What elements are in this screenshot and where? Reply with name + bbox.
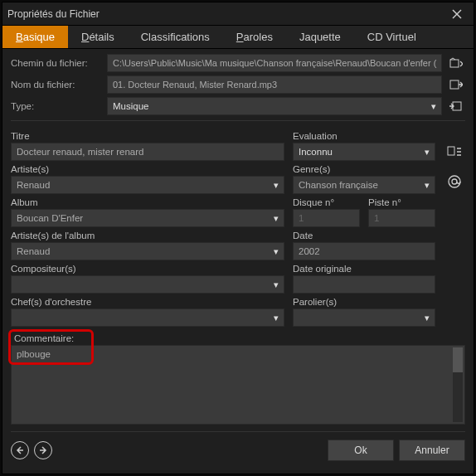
- svg-point-7: [452, 179, 457, 184]
- track-input[interactable]: 1: [368, 209, 435, 227]
- prev-button[interactable]: [11, 441, 29, 459]
- label-date: Date: [293, 231, 435, 240]
- label-origdate: Date originale: [293, 264, 435, 274]
- chevron-down-icon: ▾: [425, 147, 430, 158]
- chevron-down-icon: ▾: [274, 246, 279, 257]
- next-button[interactable]: [34, 441, 52, 459]
- svg-rect-2: [450, 60, 459, 67]
- filepath-field: C:\Users\Public\Music\Ma musique\Chanson…: [107, 54, 442, 72]
- origdate-input[interactable]: [293, 275, 435, 294]
- album-select[interactable]: Boucan D'Enfer▾: [11, 209, 284, 227]
- label-comment: Commentaire:: [11, 332, 465, 345]
- folder-arrow-icon: [449, 57, 463, 69]
- chevron-down-icon: ▾: [274, 180, 279, 191]
- export-icon: [449, 79, 463, 90]
- chevron-down-icon: ▾: [274, 213, 279, 224]
- genre-select[interactable]: Chanson française▾: [293, 176, 435, 194]
- window-title: Propriétés du Fichier: [7, 8, 445, 20]
- arrow-left-icon: [16, 446, 24, 454]
- label-type: Type:: [11, 101, 102, 111]
- tag-button-2[interactable]: [445, 172, 464, 191]
- close-icon: [452, 9, 462, 19]
- separator: [11, 431, 465, 432]
- tab-jaquette[interactable]: Jaquette: [286, 26, 354, 48]
- eval-select[interactable]: Inconnu▾: [293, 143, 435, 161]
- tab-cdvirtuel[interactable]: CD Virtuel: [354, 26, 430, 48]
- tag-button-1[interactable]: [445, 143, 464, 161]
- label-artiste: Artiste(s): [11, 164, 284, 174]
- label-titre: Titre: [11, 131, 284, 141]
- filename-field: 01. Docteur Renaud, Mister Renard.mp3: [107, 75, 442, 94]
- tab-details[interactable]: Détails: [68, 26, 128, 48]
- artiste-select[interactable]: Renaud▾: [11, 176, 284, 194]
- parolier-select[interactable]: ▾: [293, 308, 435, 327]
- label-conductor: Chef(s) d'orchestre: [11, 297, 284, 307]
- label-genre: Genre(s): [293, 164, 435, 174]
- disc-input[interactable]: 1: [293, 209, 360, 227]
- tab-bar: Basique Détails Classifications Paroles …: [2, 26, 474, 49]
- titre-input[interactable]: Docteur renaud, mister renard: [11, 143, 284, 161]
- chevron-down-icon: ▾: [431, 101, 436, 112]
- composer-select[interactable]: ▾: [11, 275, 284, 294]
- type-select[interactable]: Musique▾: [107, 97, 442, 115]
- label-album: Album: [11, 197, 284, 207]
- date-input[interactable]: 2002: [293, 242, 435, 260]
- svg-rect-5: [448, 147, 454, 155]
- tag-icon: [447, 145, 462, 158]
- tab-paroles[interactable]: Paroles: [223, 26, 286, 48]
- arrow-right-icon: [39, 446, 47, 454]
- chevron-down-icon: ▾: [274, 313, 279, 323]
- label-albumartist: Artiste(s) de l'album: [11, 231, 284, 240]
- chevron-down-icon: ▾: [425, 313, 430, 323]
- label-track: Piste n°: [368, 197, 435, 207]
- at-icon: [447, 174, 462, 189]
- chevron-down-icon: ▾: [425, 180, 430, 191]
- add-type-button[interactable]: [447, 97, 465, 115]
- label-parolier: Parolier(s): [293, 297, 435, 307]
- ok-button[interactable]: Ok: [328, 440, 394, 461]
- chevron-down-icon: ▾: [274, 279, 279, 290]
- label-composer: Compositeur(s): [11, 264, 284, 274]
- albumartist-select[interactable]: Renaud▾: [11, 242, 284, 260]
- label-filename: Nom du fichier:: [11, 80, 102, 90]
- import-icon: [449, 100, 463, 112]
- close-button[interactable]: [445, 2, 469, 26]
- svg-point-6: [449, 176, 460, 187]
- tab-basique[interactable]: Basique: [2, 26, 68, 48]
- svg-rect-3: [450, 80, 459, 89]
- separator: [11, 120, 465, 121]
- tab-classifications[interactable]: Classifications: [128, 26, 223, 48]
- open-folder-button[interactable]: [447, 54, 465, 72]
- open-file-button[interactable]: [447, 75, 465, 94]
- cancel-button[interactable]: Annuler: [399, 440, 465, 461]
- label-eval: Evaluation: [293, 131, 435, 141]
- label-disc: Disque n°: [293, 197, 360, 207]
- comment-textarea[interactable]: plbouge: [11, 345, 465, 425]
- label-filepath: Chemin du fichier:: [11, 58, 102, 68]
- conductor-select[interactable]: ▾: [11, 308, 284, 327]
- scrollbar-thumb[interactable]: [453, 347, 463, 372]
